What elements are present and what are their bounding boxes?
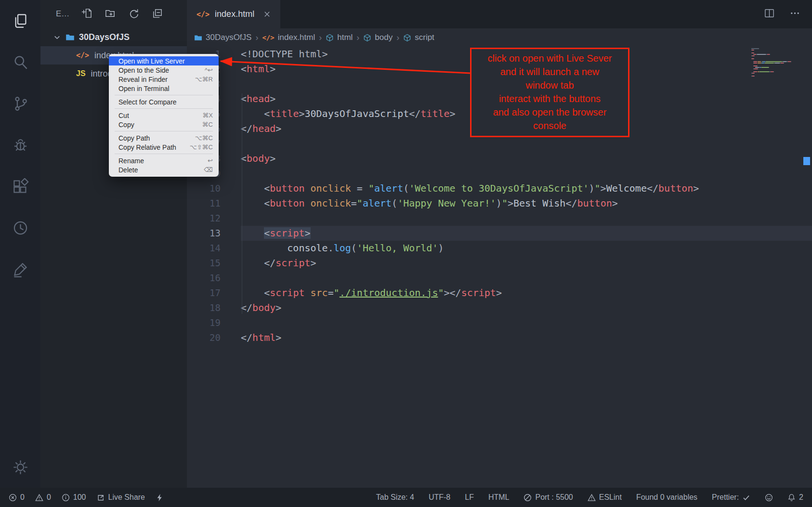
minimap[interactable] bbox=[751, 48, 804, 77]
breadcrumb-item-html[interactable]: html bbox=[324, 33, 354, 42]
menu-item-cut[interactable]: Cut⌘X bbox=[109, 111, 219, 120]
source-control-icon[interactable] bbox=[0, 83, 40, 124]
code-line-17[interactable]: 17 <script src="./introduction.js"></scr… bbox=[187, 286, 812, 300]
port-icon bbox=[524, 494, 532, 502]
minimap-line bbox=[751, 68, 804, 69]
search-icon[interactable] bbox=[0, 41, 40, 83]
breadcrumb-item-index-html[interactable]: </>index.html bbox=[261, 33, 316, 42]
breadcrumb-item-30daysofjs[interactable]: 30DaysOfJS bbox=[193, 33, 253, 42]
status-label: 0 bbox=[47, 493, 51, 502]
status-label: LF bbox=[465, 493, 474, 502]
chevron-down-icon bbox=[53, 33, 61, 41]
code-line-19[interactable]: 19 bbox=[187, 315, 812, 330]
vscode-window: </> index.html 30DaysOfJS›</>index.html›… bbox=[0, 0, 812, 507]
menu-item-copy-path[interactable]: Copy Path⌥⌘C bbox=[109, 133, 219, 143]
code-line-8[interactable]: 8<body> bbox=[187, 151, 812, 166]
code-line-16[interactable]: 16 bbox=[187, 271, 812, 286]
annotation-line: click on open with Live Sever bbox=[488, 52, 612, 65]
tab-index-html[interactable]: </> index.html bbox=[187, 0, 280, 28]
breadcrumb-separator: › bbox=[354, 33, 362, 43]
menu-item-copy[interactable]: Copy⌘C bbox=[109, 120, 219, 129]
menu-item-shortcut: ⌘X bbox=[202, 112, 213, 119]
status-errors[interactable]: 0 bbox=[9, 493, 25, 502]
status-warnings[interactable]: 0 bbox=[35, 493, 51, 502]
status-live-share[interactable]: Live Share bbox=[97, 493, 145, 502]
explorer-toolbar bbox=[81, 8, 163, 21]
status-label: UTF-8 bbox=[429, 493, 450, 502]
menu-item-copy-relative-path[interactable]: Copy Relative Path⌥⇧⌘C bbox=[109, 143, 219, 152]
menu-separator bbox=[115, 154, 213, 154]
code-line-14[interactable]: 14 console.log('Hello, World') bbox=[187, 241, 812, 256]
js-icon: JS bbox=[76, 69, 86, 78]
minimap-line bbox=[751, 52, 804, 53]
cube-icon bbox=[326, 34, 334, 42]
menu-item-open-in-terminal[interactable]: Open in Terminal bbox=[109, 84, 219, 93]
warning-icon bbox=[588, 494, 596, 502]
menu-item-open-with-live-server[interactable]: Open with Live Server bbox=[109, 56, 219, 65]
status-tab-size[interactable]: Tab Size: 4 bbox=[376, 493, 414, 502]
code-line-20[interactable]: 20</html> bbox=[187, 330, 812, 345]
status-info-count[interactable]: 100 bbox=[62, 493, 86, 502]
tab-close-icon[interactable] bbox=[263, 11, 271, 18]
line-text: <body> bbox=[241, 151, 812, 166]
menu-item-shortcut: ⌫ bbox=[204, 166, 213, 173]
breadcrumb-item-script[interactable]: script bbox=[402, 33, 436, 42]
line-text: <script src="./introduction.js"></script… bbox=[241, 286, 812, 300]
breadcrumb-label: script bbox=[415, 33, 434, 42]
split-editor-icon[interactable] bbox=[764, 8, 775, 21]
status-eol[interactable]: LF bbox=[465, 493, 474, 502]
status-label: ESLint bbox=[599, 493, 622, 502]
code-line-15[interactable]: 15 </script> bbox=[187, 256, 812, 271]
annotation-box: click on open with Live Severand it will… bbox=[470, 48, 629, 137]
status-live-server-port[interactable]: Port : 5500 bbox=[524, 493, 573, 502]
pen-icon[interactable] bbox=[0, 248, 40, 290]
tab-bar: </> index.html bbox=[187, 0, 812, 28]
debug-icon[interactable] bbox=[0, 124, 40, 166]
bell-icon bbox=[787, 494, 796, 502]
code-line-11[interactable]: 11 <button onclick="alert('Happy New Yea… bbox=[187, 196, 812, 211]
extensions-icon[interactable] bbox=[0, 166, 40, 207]
cube-icon bbox=[403, 34, 411, 42]
settings-gear-icon[interactable] bbox=[0, 446, 40, 488]
code-line-9[interactable]: 9 bbox=[187, 166, 812, 181]
line-number: 14 bbox=[187, 241, 221, 256]
collapse-all-icon[interactable] bbox=[152, 8, 163, 21]
status-flash[interactable] bbox=[156, 494, 164, 502]
refresh-icon[interactable] bbox=[128, 8, 139, 21]
status-label: 0 bbox=[20, 493, 25, 502]
menu-item-open-to-the-side[interactable]: Open to the Side^↩ bbox=[109, 65, 219, 75]
status-found-variables[interactable]: Found 0 variables bbox=[636, 493, 697, 502]
explorer-root-folder[interactable]: 30DaysOfJS bbox=[40, 28, 187, 46]
menu-item-select-for-compare[interactable]: Select for Compare bbox=[109, 97, 219, 106]
check-icon bbox=[742, 494, 750, 502]
new-file-icon[interactable] bbox=[81, 8, 92, 21]
indent-guide bbox=[242, 93, 242, 314]
status-prettier[interactable]: Prettier: bbox=[712, 493, 750, 502]
menu-item-rename[interactable]: Rename↩ bbox=[109, 156, 219, 165]
menu-item-label: Open in Terminal bbox=[118, 85, 170, 92]
status-feedback-smiley[interactable] bbox=[765, 494, 773, 502]
menu-separator bbox=[115, 95, 213, 95]
line-number: 20 bbox=[187, 330, 221, 345]
code-line-12[interactable]: 12 bbox=[187, 211, 812, 226]
menu-item-reveal-in-finder[interactable]: Reveal in Finder⌥⌘R bbox=[109, 75, 219, 84]
breadcrumb-item-body[interactable]: body bbox=[362, 33, 394, 42]
new-folder-icon[interactable] bbox=[105, 8, 116, 21]
minimap-line bbox=[751, 76, 804, 77]
explorer-header: E… bbox=[40, 0, 187, 28]
minimap-line bbox=[751, 60, 804, 61]
code-line-13[interactable]: 13 <script> bbox=[187, 226, 812, 241]
status-notifications[interactable]: 2 bbox=[787, 493, 803, 502]
more-actions-icon[interactable] bbox=[789, 8, 800, 21]
code-line-18[interactable]: 18</body> bbox=[187, 300, 812, 315]
explorer-icon[interactable] bbox=[0, 0, 40, 41]
clock-icon[interactable] bbox=[0, 207, 40, 248]
overview-ruler-marker bbox=[803, 157, 810, 165]
status-encoding[interactable]: UTF-8 bbox=[429, 493, 450, 502]
line-text: <button onclick="alert('Happy New Year!'… bbox=[241, 196, 812, 211]
status-language-mode[interactable]: HTML bbox=[488, 493, 510, 502]
menu-item-delete[interactable]: Delete⌫ bbox=[109, 165, 219, 174]
code-line-10[interactable]: 10 <button onclick = "alert('Welcome to … bbox=[187, 181, 812, 196]
status-eslint[interactable]: ESLint bbox=[588, 493, 622, 502]
code-line-7[interactable]: 7 bbox=[187, 136, 812, 151]
